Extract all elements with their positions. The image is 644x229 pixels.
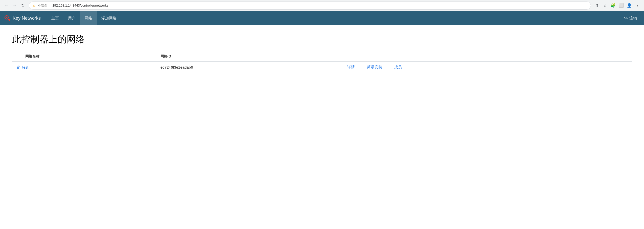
network-actions-cell: 详情 简易安装 成员 [343,62,632,73]
col-name: 网络名称 [12,52,156,62]
network-name-link[interactable]: test [22,65,28,69]
members-link[interactable]: 成员 [394,65,402,70]
address-url: 192.168.1.14:3443/controller/networks [52,4,587,7]
logout-label: 注销 [629,16,637,21]
bookmark-button[interactable]: ☆ [602,2,609,9]
brand-name: Key Networks [13,16,41,21]
browser-action-buttons: ⬆ ☆ 🧩 ⬜ 👤 ⋮ [593,2,641,9]
extension-icon: 🧩 [611,3,616,8]
page-title: 此控制器上的网络 [12,33,632,46]
reload-button[interactable]: ↻ [19,2,26,9]
name-with-delete: 🗑 test [16,65,152,70]
brand-icon [4,15,11,21]
security-warning-text: 不安全 [38,3,48,8]
main-content: 此控制器上的网络 网络名称 网络ID 🗑 test ec7246f3e1eada… [0,25,644,81]
detail-link[interactable]: 详情 [347,65,355,70]
table-row: 🗑 test ec7246f3e1eadab6 详情 简易安装 成员 [12,62,632,73]
nav-item-users[interactable]: 用户 [63,11,80,25]
logout-button[interactable]: ↪ 注销 [621,13,640,23]
menu-icon: ⋮ [635,3,639,8]
share-button[interactable]: ⬆ [593,2,601,9]
security-warning-icon: ⚠ [33,4,36,7]
browser-nav-buttons: ← → ↻ [3,2,26,9]
navbar: Key Networks 主页 用户 网络 添加网络 ↪ 注销 [0,11,644,25]
nav-links: 主页 用户 网络 添加网络 [47,11,621,25]
nav-item-home[interactable]: 主页 [47,11,63,25]
extension-button[interactable]: 🧩 [610,2,617,9]
back-button[interactable]: ← [3,2,10,9]
networks-table: 网络名称 网络ID 🗑 test ec7246f3e1eadab6 详情 简易安… [12,52,632,73]
bookmark-icon: ☆ [603,3,607,8]
address-bar[interactable]: ⚠ 不安全 | 192.168.1.14:3443/controller/net… [29,2,591,10]
table-header: 网络名称 网络ID [12,52,632,62]
col-id: 网络ID [156,52,343,62]
nav-item-add-network[interactable]: 添加网络 [97,11,121,25]
window-button[interactable]: ⬜ [618,2,625,9]
svg-point-1 [6,17,7,18]
profile-icon: 👤 [627,3,632,8]
browser-chrome: ← → ↻ ⚠ 不安全 | 192.168.1.14:3443/controll… [0,0,644,11]
profile-button[interactable]: 👤 [626,2,633,9]
delete-button[interactable]: 🗑 [16,65,20,70]
network-id-cell: ec7246f3e1eadab6 [156,62,343,73]
brand-logo[interactable]: Key Networks [4,15,41,21]
menu-button[interactable]: ⋮ [634,2,641,9]
easy-install-link[interactable]: 简易安装 [367,65,382,70]
reload-icon: ↻ [21,3,25,8]
address-separator: | [50,4,50,7]
logout-icon: ↪ [624,15,628,21]
share-icon: ⬆ [595,3,599,8]
nav-right: ↪ 注销 [621,13,640,23]
forward-icon: → [13,3,17,8]
col-actions [343,52,632,62]
network-name-cell: 🗑 test [12,62,156,73]
back-icon: ← [5,3,9,8]
table-header-row: 网络名称 网络ID [12,52,632,62]
window-icon: ⬜ [619,3,624,8]
nav-item-networks[interactable]: 网络 [80,11,97,25]
forward-button[interactable]: → [11,2,18,9]
table-body: 🗑 test ec7246f3e1eadab6 详情 简易安装 成员 [12,62,632,73]
